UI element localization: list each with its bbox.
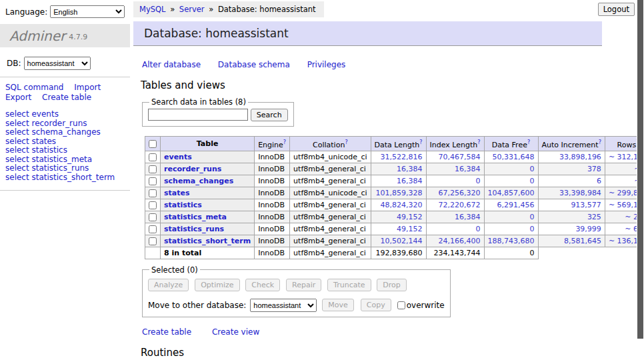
sidebar-item-select-schema-changes[interactable]: select schema_changes [5,128,130,137]
move-database-select[interactable]: homeassistant [250,299,317,312]
index-length-cell[interactable]: 67,256,320 [426,187,484,199]
auto-increment-cell[interactable]: 6 [538,175,605,187]
breadcrumb-server-link[interactable]: Server [179,5,205,14]
auto-increment-cell[interactable]: 33,398,984 [538,187,605,199]
table-name-link[interactable]: statistics [164,201,202,209]
row-checkbox[interactable] [149,237,157,245]
breadcrumb-mysql-link[interactable]: MySQL [139,5,166,14]
alter-database-link[interactable]: Alter database [142,60,201,69]
auto-increment-cell[interactable]: 913,577 [538,199,605,211]
language-select[interactable]: English [50,5,125,18]
data-free-cell[interactable]: 0 [484,223,538,235]
engine-cell: InnoDB [255,223,290,235]
auto-increment-cell[interactable]: 8,581,645 [538,235,605,247]
drop-button[interactable]: Drop [377,279,406,291]
row-checkbox[interactable] [149,213,157,221]
row-checkbox[interactable] [149,177,157,185]
privileges-link[interactable]: Privileges [307,60,346,69]
search-button[interactable]: Search [251,109,288,121]
row-checkbox[interactable] [149,189,157,197]
overwrite-checkbox[interactable] [397,301,405,309]
create-table-link-sidebar[interactable]: Create table [42,93,91,102]
truncate-button[interactable]: Truncate [327,279,371,291]
row-checkbox[interactable] [149,153,157,161]
row-checkbox[interactable] [149,225,157,233]
sidebar-item-select-states[interactable]: select states [5,137,130,146]
check-button[interactable]: Check [245,279,280,291]
data-length-cell[interactable]: 16,384 [371,163,426,175]
data-length-cell[interactable]: 48,824,320 [371,199,426,211]
data-length-cell[interactable]: 10,502,144 [371,235,426,247]
sidebar-item-select-statistics-meta[interactable]: select statistics_meta [5,155,130,164]
scrollbar-thumb[interactable] [637,0,643,339]
data-free-cell[interactable]: 6,291,456 [484,199,538,211]
help-link[interactable]: ? [419,139,422,145]
sidebar-actions: SQL command Import Export Create table [0,77,124,103]
search-input[interactable] [148,109,248,121]
index-length-cell[interactable]: 70,467,584 [426,151,484,163]
help-link[interactable]: ? [477,139,480,145]
selected-fieldset: Selected (0) Analyze Optimize Check Repa… [142,265,451,317]
index-length-cell[interactable]: 72,220,672 [426,199,484,211]
logout-button[interactable]: Logout [598,3,635,16]
table-name-link[interactable]: schema_changes [164,177,233,185]
data-free-cell[interactable]: 104,857,600 [484,187,538,199]
table-name-link[interactable]: recorder_runs [164,165,221,173]
auto-increment-cell[interactable]: 378 [538,163,605,175]
sql-command-link[interactable]: SQL command [5,83,63,92]
row-checkbox[interactable] [149,201,157,209]
data-length-cell[interactable]: 31,522,816 [371,151,426,163]
index-length-cell[interactable]: 0 [426,223,484,235]
select-all-checkbox[interactable] [149,140,157,148]
vertical-scrollbar[interactable] [637,0,644,362]
table-name-link[interactable]: states [164,189,190,197]
help-link[interactable]: ? [283,139,286,145]
sidebar-item-select-statistics[interactable]: select statistics [5,146,130,155]
copy-button[interactable]: Copy [361,299,391,311]
sidebar-item-select-recorder-runs[interactable]: select recorder_runs [5,119,130,128]
data-free-cell[interactable]: 50,331,648 [484,151,538,163]
adminer-version[interactable]: 4.7.9 [69,30,87,41]
table-name-link[interactable]: statistics_runs [164,225,224,233]
table-name-link[interactable]: statistics_short_term [164,237,251,245]
data-free-cell[interactable]: 0 [484,163,538,175]
table-name-link[interactable]: events [164,153,192,161]
index-length-cell[interactable]: 24,166,400 [426,235,484,247]
sidebar-item-select-statistics-runs[interactable]: select statistics_runs [5,164,130,173]
help-link[interactable]: ? [345,139,347,145]
sidebar-item-select-statistics-short-term[interactable]: select statistics_short_term [5,173,130,182]
table-row: statistics_runs InnoDB utf8mb4_general_c… [145,223,644,235]
column-header-engine: Engine? [255,137,290,151]
export-link[interactable]: Export [5,93,31,102]
row-checkbox[interactable] [149,165,157,173]
table-name-link[interactable]: statistics_meta [164,213,227,221]
import-link[interactable]: Import [74,83,101,92]
data-free-total-cell: 0 [484,247,538,259]
auto-increment-cell[interactable]: 325 [538,211,605,223]
data-free-cell[interactable]: 0 [484,175,538,187]
data-length-cell[interactable]: 16,384 [371,175,426,187]
auto-increment-cell[interactable]: 39,999 [538,223,605,235]
optimize-button[interactable]: Optimize [195,279,239,291]
data-length-cell[interactable]: 101,859,328 [371,187,426,199]
help-link[interactable]: ? [527,139,530,145]
adminer-logo[interactable]: Adminer [9,28,65,44]
engine-cell: InnoDB [255,163,290,175]
help-link[interactable]: ? [599,139,601,145]
create-table-link[interactable]: Create table [142,327,191,337]
data-length-cell[interactable]: 49,152 [371,211,426,223]
analyze-button[interactable]: Analyze [148,279,189,291]
data-free-cell[interactable]: 0 [484,211,538,223]
auto-increment-cell[interactable]: 33,898,196 [538,151,605,163]
sidebar-item-select-events[interactable]: select events [5,110,130,119]
create-view-link[interactable]: Create view [212,327,259,337]
repair-button[interactable]: Repair [286,279,321,291]
database-schema-link[interactable]: Database schema [218,60,290,69]
data-length-cell[interactable]: 49,152 [371,223,426,235]
index-length-cell[interactable]: 16,384 [426,163,484,175]
data-free-cell[interactable]: 188,743,680 [484,235,538,247]
index-length-cell[interactable]: 16,384 [426,211,484,223]
db-select[interactable]: homeassistant [24,57,91,70]
index-length-cell[interactable]: 0 [426,175,484,187]
move-button[interactable]: Move [322,299,354,311]
